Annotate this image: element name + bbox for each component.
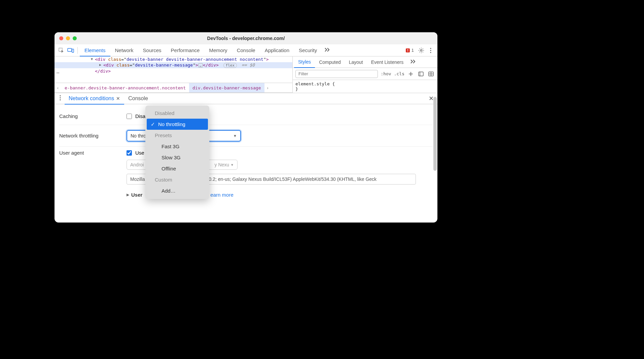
caret-right-icon[interactable]: ▶ — [99, 63, 101, 67]
scrollbar-thumb[interactable] — [433, 97, 437, 171]
ua-default-checkbox[interactable] — [127, 150, 132, 156]
styles-tabs-overflow-icon[interactable] — [407, 59, 419, 65]
minimize-window-button[interactable] — [66, 36, 70, 40]
dropdown-item-no-throttling[interactable]: No throttling — [147, 119, 208, 130]
separator — [77, 47, 78, 54]
drawer-tab-label: Console — [128, 95, 148, 102]
disable-cache-checkbox[interactable] — [127, 114, 132, 119]
ua-string-right: 0.2; en-us; Galaxy Nexus Build/ICL53F) A… — [209, 176, 377, 182]
chevron-down-icon: ▼ — [233, 134, 237, 138]
styles-tab-styles[interactable]: Styles — [294, 56, 315, 68]
attr-value: devsite-banner devsite-banner-announceme… — [127, 57, 263, 62]
dom-tree[interactable]: ⋯ ▼ <div class="devsite-banner devsite-b… — [55, 56, 293, 93]
learn-more-link[interactable]: earn more — [210, 192, 233, 198]
caching-row: Caching Disa — [59, 108, 433, 125]
tab-security[interactable]: Security — [294, 44, 322, 56]
svg-rect-1 — [68, 48, 72, 51]
more-icon[interactable] — [426, 46, 435, 55]
breadcrumb-item[interactable]: e-banner.devsite-banner-announcement.noc… — [61, 83, 189, 92]
settings-icon[interactable] — [417, 46, 426, 55]
styles-tab-layout[interactable]: Layout — [345, 56, 367, 68]
flex-badge[interactable]: flex — [223, 63, 237, 68]
ua-preset-value-right: y Nexu — [215, 162, 229, 167]
main-tabbar: Elements Network Sources Performance Mem… — [55, 44, 437, 56]
svg-point-12 — [60, 95, 61, 96]
caching-label: Caching — [59, 113, 127, 119]
tab-network[interactable]: Network — [110, 44, 138, 56]
svg-point-9 — [430, 52, 431, 53]
tabs-overflow-icon[interactable] — [322, 47, 333, 53]
dom-node-selected[interactable]: ▶ <div class="devsite-banner-message">…<… — [55, 62, 292, 68]
style-rule[interactable]: element.style { — [295, 81, 435, 86]
svg-rect-4 — [407, 49, 408, 51]
breadcrumb-left-icon[interactable]: ‹ — [55, 85, 61, 90]
dropdown-item-fast-3g[interactable]: Fast 3G — [145, 141, 209, 152]
tab-console[interactable]: Console — [232, 44, 260, 56]
styles-tab-eventlisteners[interactable]: Event Listeners — [367, 56, 408, 68]
breadcrumb: ‹ e-banner.devsite-banner-announcement.n… — [55, 83, 292, 93]
drawer-tabbar: Network conditions ✕ Console ✕ — [55, 93, 437, 104]
style-rule-close: } — [295, 86, 435, 91]
caret-down-icon[interactable]: ▼ — [91, 57, 93, 61]
tab-application[interactable]: Application — [260, 44, 294, 56]
eq-dollar0: == $0 — [242, 63, 255, 68]
drawer-tab-label: Network conditions — [69, 95, 114, 102]
dom-node[interactable]: </div> — [55, 68, 292, 74]
layout-icon[interactable] — [427, 70, 435, 78]
main-split: ⋯ ▼ <div class="devsite-banner devsite-b… — [55, 56, 437, 93]
disable-cache-label: Disa — [135, 113, 145, 119]
hov-toggle[interactable]: :hov — [381, 71, 391, 76]
window-title: DevTools - developer.chrome.com/ — [55, 36, 437, 41]
errors-badge[interactable]: 1 — [403, 47, 417, 54]
tab-performance[interactable]: Performance — [166, 44, 205, 56]
styles-tabs: Styles Computed Layout Event Listeners — [293, 56, 437, 68]
close-window-button[interactable] — [59, 36, 63, 40]
dropdown-item-offline[interactable]: Offline — [145, 163, 209, 174]
ua-string-left: Mozilla — [130, 176, 145, 182]
svg-point-6 — [421, 49, 422, 51]
error-count: 1 — [412, 48, 414, 53]
close-tag: </div> — [203, 63, 219, 68]
throttling-row: Network throttling No thro ▼ — [59, 125, 433, 147]
cls-toggle[interactable]: .cls — [394, 71, 404, 76]
dropdown-item-add[interactable]: Add… — [145, 185, 209, 196]
styles-tab-computed[interactable]: Computed — [315, 56, 345, 68]
chevron-down-icon: ▼ — [230, 163, 234, 167]
dropdown-item-slow-3g[interactable]: Slow 3G — [145, 152, 209, 163]
ua-default-label: Use — [135, 150, 144, 156]
styles-pane: Styles Computed Layout Event Listeners :… — [293, 56, 437, 93]
drawer-more-icon[interactable] — [56, 95, 65, 102]
close-icon[interactable]: ✕ — [116, 96, 120, 101]
svg-rect-5 — [407, 51, 408, 52]
caret-right-icon: ▶ — [127, 193, 129, 197]
new-style-rule-icon[interactable] — [407, 70, 415, 78]
ellipsis-badge[interactable]: … — [198, 63, 203, 68]
svg-point-13 — [60, 97, 61, 98]
tab-elements[interactable]: Elements — [80, 44, 110, 56]
zoom-window-button[interactable] — [73, 36, 77, 40]
throttling-label: Network throttling — [59, 133, 127, 138]
breadcrumb-right-icon[interactable]: › — [264, 85, 271, 90]
inspect-element-icon[interactable] — [57, 46, 66, 55]
user-agent-row: User agent Use Androi y Nexu ▼ Mozilla 0 — [59, 147, 433, 204]
network-conditions-panel: Caching Disa Network throttling No thro … — [55, 104, 437, 210]
tab-sources[interactable]: Sources — [138, 44, 166, 56]
svg-rect-10 — [419, 72, 423, 76]
svg-point-8 — [430, 50, 431, 51]
svg-rect-2 — [72, 49, 74, 52]
drawer-tab-network-conditions[interactable]: Network conditions ✕ — [65, 93, 124, 105]
throttling-dropdown: Disabled No throttling Presets Fast 3G S… — [145, 106, 209, 199]
svg-point-7 — [430, 48, 431, 49]
breadcrumb-item-selected[interactable]: div.devsite-banner-message — [189, 83, 264, 92]
dropdown-header-disabled: Disabled — [145, 108, 209, 119]
drawer-tab-console[interactable]: Console — [124, 93, 152, 104]
styles-filter-input[interactable] — [295, 70, 378, 78]
dom-node[interactable]: ▼ <div class="devsite-banner devsite-ban… — [55, 56, 292, 62]
device-toolbar-icon[interactable] — [66, 46, 75, 55]
tab-memory[interactable]: Memory — [204, 44, 232, 56]
titlebar: DevTools - developer.chrome.com/ — [55, 32, 437, 44]
svg-point-14 — [60, 99, 61, 100]
computed-sidebar-icon[interactable] — [417, 70, 425, 78]
styles-toolbar: :hov .cls — [293, 68, 437, 80]
throttling-select-value: No thro — [131, 133, 146, 138]
